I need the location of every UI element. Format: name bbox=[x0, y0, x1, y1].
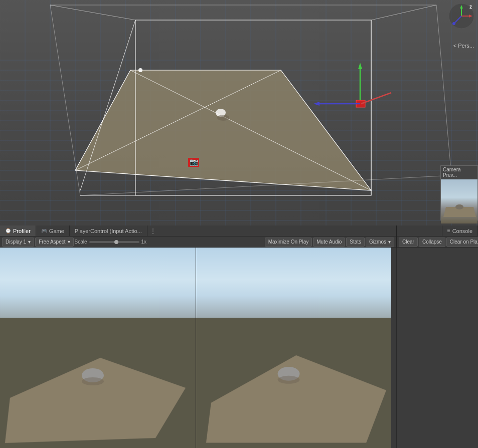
axis-gizmo[interactable]: z bbox=[448, 3, 475, 30]
svg-point-80 bbox=[278, 376, 300, 384]
chevron-down-icon: ▾ bbox=[28, 239, 31, 245]
camera-preview-title: Camera Prev... bbox=[441, 166, 477, 179]
camera-preview-content bbox=[441, 179, 477, 223]
console-clear-button[interactable]: Clear bbox=[399, 238, 418, 247]
scale-slider[interactable] bbox=[89, 241, 139, 243]
scale-control: Scale 1x bbox=[75, 239, 147, 245]
display-dropdown[interactable]: Display 1 ▾ bbox=[2, 238, 34, 247]
bottom-tab-bar: ⌚ Profiler 🎮 Game PlayerControl (Input A… bbox=[0, 226, 478, 237]
svg-point-53 bbox=[138, 68, 142, 72]
game-toolbar: Display 1 ▾ Free Aspect ▾ Scale 1x Maxim… bbox=[0, 237, 396, 248]
chevron-down-icon-gizmos: ▾ bbox=[388, 239, 391, 245]
game-icon: 🎮 bbox=[41, 228, 47, 234]
tab-playercontrol[interactable]: PlayerControl (Input Actio... bbox=[70, 226, 147, 236]
console-area bbox=[396, 248, 478, 448]
game-content bbox=[0, 248, 396, 448]
game-view bbox=[0, 248, 396, 448]
stats-button[interactable]: Stats bbox=[346, 238, 365, 247]
aspect-dropdown[interactable]: Free Aspect ▾ bbox=[35, 238, 73, 247]
gizmos-dropdown[interactable]: Gizmos ▾ bbox=[366, 238, 394, 247]
tab-more-button[interactable]: ⋮ bbox=[147, 227, 158, 235]
camera-preview: Camera Prev... bbox=[440, 165, 478, 220]
tab-profiler[interactable]: ⌚ Profiler bbox=[0, 226, 36, 236]
svg-marker-77 bbox=[206, 355, 386, 443]
game-camera-left bbox=[0, 248, 196, 448]
console-clear-on-play-button[interactable]: Clear on Pla... bbox=[446, 238, 478, 247]
console-toolbar: Clear Collapse Clear on Pla... bbox=[396, 237, 478, 248]
svg-point-72 bbox=[455, 204, 463, 209]
console-collapse-button[interactable]: Collapse bbox=[419, 238, 445, 247]
svg-point-76 bbox=[82, 377, 104, 385]
svg-point-69 bbox=[452, 22, 455, 25]
chevron-down-icon-aspect: ▾ bbox=[68, 239, 70, 245]
perspective-label: < Pers... bbox=[453, 43, 474, 49]
scene-view[interactable]: 📷 < Pers... z bbox=[0, 0, 478, 226]
svg-text:📷: 📷 bbox=[190, 158, 199, 166]
svg-point-52 bbox=[217, 115, 229, 121]
scene-grid: 📷 bbox=[0, 0, 478, 226]
game-camera-right bbox=[196, 248, 391, 448]
tab-game[interactable]: 🎮 Game bbox=[36, 226, 70, 236]
profiler-icon: ⌚ bbox=[5, 228, 11, 234]
tab-console[interactable]: ≡ Console bbox=[442, 226, 478, 236]
mute-audio-button[interactable]: Mute Audio bbox=[313, 238, 345, 247]
svg-text:z: z bbox=[469, 4, 472, 10]
maximize-on-play-button[interactable]: Maximize On Play bbox=[265, 238, 312, 247]
console-icon: ≡ bbox=[447, 228, 450, 234]
